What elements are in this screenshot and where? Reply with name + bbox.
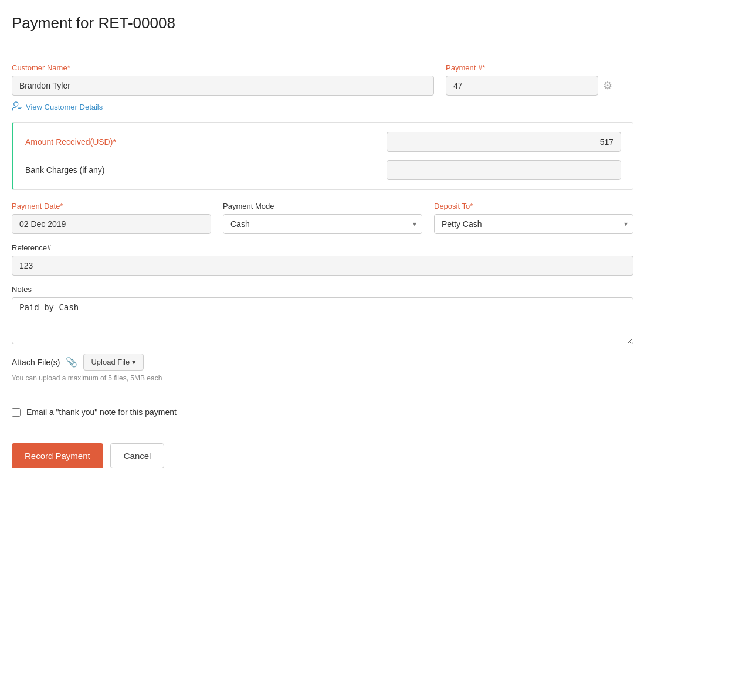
payment-mode-field: Payment Mode Cash Check Credit Card Bank… bbox=[223, 202, 422, 234]
upload-dropdown-arrow: ▾ bbox=[132, 358, 136, 366]
customer-name-field: Customer Name* bbox=[12, 63, 434, 96]
cancel-button[interactable]: Cancel bbox=[110, 443, 165, 468]
svg-point-0 bbox=[14, 102, 18, 106]
page-title: Payment for RET-00008 bbox=[12, 14, 633, 42]
person-icon bbox=[12, 101, 22, 113]
deposit-to-wrapper: Petty Cash Checking Account Savings Acco… bbox=[434, 214, 633, 234]
payment-mode-select[interactable]: Cash Check Credit Card Bank Transfer Oth… bbox=[223, 214, 422, 234]
deposit-to-label: Deposit To* bbox=[434, 202, 633, 210]
date-mode-deposit-row: Payment Date* Payment Mode Cash Check Cr… bbox=[12, 202, 633, 234]
upload-hint: You can upload a maximum of 5 files, 5MB… bbox=[12, 374, 633, 382]
customer-name-label: Customer Name* bbox=[12, 63, 434, 72]
gear-icon[interactable]: ⚙ bbox=[603, 79, 612, 92]
payment-mode-wrapper: Cash Check Credit Card Bank Transfer Oth… bbox=[223, 214, 422, 234]
notes-label: Notes bbox=[12, 285, 633, 294]
payment-number-input[interactable] bbox=[446, 76, 598, 96]
bank-charges-label: Bank Charges (if any) bbox=[25, 165, 375, 175]
payment-date-label: Payment Date* bbox=[12, 202, 211, 210]
payment-mode-label: Payment Mode bbox=[223, 202, 422, 210]
notes-field: Notes Paid by Cash bbox=[12, 285, 633, 344]
reference-input[interactable] bbox=[12, 256, 633, 276]
amount-received-row: Amount Received(USD)* bbox=[25, 132, 621, 152]
deposit-to-field: Deposit To* Petty Cash Checking Account … bbox=[434, 202, 633, 234]
bank-charges-row: Bank Charges (if any) bbox=[25, 160, 621, 180]
view-customer-details-link[interactable]: View Customer Details bbox=[12, 101, 633, 113]
notes-textarea[interactable]: Paid by Cash bbox=[12, 297, 633, 344]
footer-divider bbox=[12, 430, 633, 430]
deposit-to-select[interactable]: Petty Cash Checking Account Savings Acco… bbox=[434, 214, 633, 234]
email-row: Email a "thank you" note for this paymen… bbox=[12, 402, 633, 423]
payment-number-row: ⚙ bbox=[446, 76, 633, 96]
email-checkbox[interactable] bbox=[12, 408, 21, 417]
attach-label: Attach File(s) bbox=[12, 358, 60, 367]
payment-date-input[interactable] bbox=[12, 214, 211, 234]
amount-received-input[interactable] bbox=[387, 132, 621, 152]
top-form-section: Customer Name* Payment #* ⚙ bbox=[12, 54, 633, 478]
page-container: Payment for RET-00008 Customer Name* Pay… bbox=[0, 0, 645, 492]
record-payment-button[interactable]: Record Payment bbox=[12, 443, 103, 468]
divider-1 bbox=[12, 392, 633, 392]
action-row: Record Payment Cancel bbox=[12, 437, 633, 468]
payment-date-field: Payment Date* bbox=[12, 202, 211, 234]
payment-number-label: Payment #* bbox=[446, 63, 633, 72]
customer-payment-row: Customer Name* Payment #* ⚙ bbox=[12, 63, 633, 96]
email-label: Email a "thank you" note for this paymen… bbox=[26, 407, 177, 417]
amount-box: Amount Received(USD)* Bank Charges (if a… bbox=[12, 122, 633, 190]
view-customer-label: View Customer Details bbox=[26, 103, 103, 111]
payment-number-field: Payment #* ⚙ bbox=[446, 63, 633, 96]
reference-field: Reference# bbox=[12, 243, 633, 276]
customer-name-input[interactable] bbox=[12, 76, 434, 96]
bank-charges-input[interactable] bbox=[387, 160, 621, 180]
attach-files-section: Attach File(s) 📎 Upload File ▾ bbox=[12, 354, 633, 371]
reference-label: Reference# bbox=[12, 243, 633, 252]
paperclip-icon: 📎 bbox=[66, 356, 77, 368]
upload-file-button[interactable]: Upload File ▾ bbox=[83, 354, 144, 371]
amount-received-label: Amount Received(USD)* bbox=[25, 137, 375, 147]
upload-file-label: Upload File bbox=[91, 358, 130, 366]
